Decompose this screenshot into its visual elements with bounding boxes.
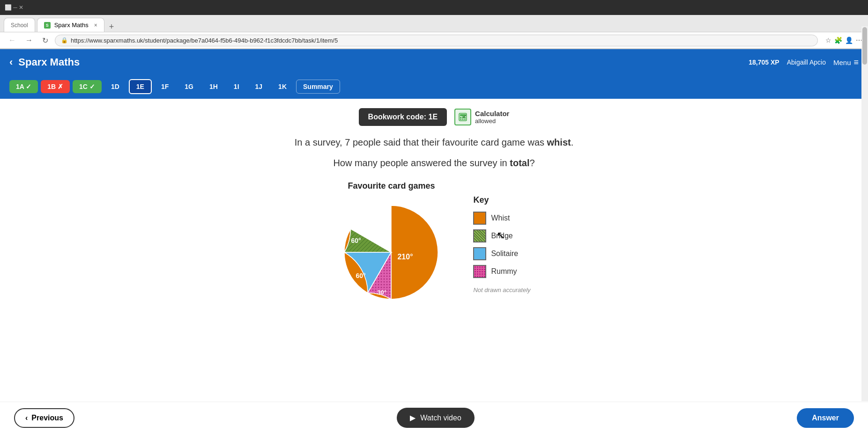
- menu-label: Menu: [833, 59, 851, 66]
- label-solitaire-60: 60°: [356, 272, 366, 279]
- extensions-icon[interactable]: 🧩: [834, 37, 842, 44]
- bookwork-code: Bookwork code: 1E: [359, 108, 447, 126]
- key-section: Key Whist Bridge Solitaire Rummy N: [473, 181, 530, 294]
- scrollbar-track[interactable]: [861, 26, 868, 401]
- prev-chevron-icon: ‹: [25, 414, 28, 422]
- bridge-swatch: [473, 229, 486, 242]
- app-container: ‹ Sparx Maths 18,705 XP Abigaill Apcio M…: [0, 49, 868, 433]
- previous-button[interactable]: ‹ Previous: [14, 408, 74, 428]
- calculator-icon: [454, 109, 471, 125]
- whist-label: Whist: [491, 214, 510, 222]
- tab-favicon: S: [44, 22, 51, 29]
- username: Abigaill Apcio: [787, 59, 826, 66]
- previous-label: Previous: [31, 414, 63, 422]
- tab-title: Sparx Maths: [54, 22, 89, 29]
- task-btn-1c[interactable]: 1C ✓: [73, 80, 102, 93]
- task-navigation: 1A ✓ 1B ✗ 1C ✓ 1D 1E 1F 1G 1H 1I 1J 1K S…: [0, 75, 868, 99]
- address-bar-container: ← → ↻ 🔒 https://www.sparxmaths.uk/studen…: [0, 32, 868, 49]
- active-tab[interactable]: S Sparx Maths ×: [37, 18, 104, 32]
- bookwork-area: Bookwork code: 1E: [359, 108, 510, 126]
- header-right: 18,705 XP Abigaill Apcio Menu ≡: [749, 58, 859, 67]
- key-item-solitaire: Solitaire: [473, 247, 530, 260]
- app-title: Sparx Maths: [18, 56, 80, 68]
- chart-section: Favourite card games: [337, 181, 530, 306]
- task-btn-1d[interactable]: 1D: [104, 80, 126, 93]
- calculator-label: Calculator: [475, 110, 509, 117]
- task-btn-1g[interactable]: 1G: [178, 80, 200, 93]
- lock-icon: 🔒: [61, 37, 68, 44]
- task-btn-summary[interactable]: Summary: [296, 80, 340, 94]
- answer-button[interactable]: Answer: [797, 408, 854, 428]
- key-item-rummy: Rummy: [473, 265, 530, 278]
- question-line2: How many people answered the survey in t…: [333, 156, 534, 170]
- browser-titlebar: ⬜ ─ ✕: [0, 0, 868, 15]
- other-tab-label: School: [11, 22, 28, 29]
- task-btn-1k[interactable]: 1K: [272, 80, 293, 93]
- browser-tabs: School S Sparx Maths × +: [0, 15, 868, 32]
- header-left: ‹ Sparx Maths: [9, 56, 80, 68]
- app-header: ‹ Sparx Maths 18,705 XP Abigaill Apcio M…: [0, 49, 868, 75]
- label-210: 210°: [398, 253, 413, 261]
- bookmark-icon[interactable]: ☆: [825, 37, 831, 44]
- not-drawn-note: Not drawn accurately: [473, 286, 530, 294]
- url-text: https://www.sparxmaths.uk/student/packag…: [71, 37, 338, 44]
- browser-actions: ☆ 🧩 👤 ⋯: [825, 37, 862, 44]
- task-btn-1e[interactable]: 1E: [129, 79, 152, 94]
- label-bridge-60: 60°: [351, 237, 361, 244]
- rummy-swatch: [473, 265, 486, 278]
- task-btn-1b[interactable]: 1B ✗: [41, 80, 70, 93]
- scrollbar-thumb[interactable]: [862, 27, 867, 65]
- bottom-bar: ‹ Previous ▶ Watch video Answer: [0, 402, 868, 433]
- key-title: Key: [473, 195, 530, 205]
- task-btn-1i[interactable]: 1I: [227, 80, 246, 93]
- forward-button[interactable]: →: [22, 35, 36, 45]
- new-tab-button[interactable]: +: [106, 22, 117, 32]
- bridge-label: Bridge: [491, 232, 512, 240]
- calculator-text: Calculator allowed: [475, 110, 509, 125]
- profile-icon[interactable]: 👤: [845, 37, 853, 44]
- whist-swatch: [473, 212, 486, 225]
- play-icon: ▶: [410, 413, 415, 422]
- task-btn-1a[interactable]: 1A ✓: [9, 80, 38, 93]
- pie-chart-svg: 210° 60° 60° 30°: [337, 198, 445, 306]
- pie-chart-container: Favourite card games: [337, 181, 445, 306]
- answer-label: Answer: [812, 414, 839, 422]
- rummy-label: Rummy: [491, 267, 517, 276]
- svg-rect-4: [464, 117, 466, 118]
- chart-title: Favourite card games: [348, 181, 435, 191]
- task-btn-1j[interactable]: 1J: [249, 80, 269, 93]
- label-rummy-30: 30°: [378, 289, 387, 296]
- menu-button[interactable]: Menu ≡: [833, 58, 859, 67]
- allowed-label: allowed: [475, 117, 509, 125]
- solitaire-swatch: [473, 247, 486, 260]
- xp-badge: 18,705 XP: [749, 59, 779, 66]
- refresh-button[interactable]: ↻: [39, 35, 51, 46]
- back-button[interactable]: ←: [6, 35, 19, 45]
- main-content: Bookwork code: 1E: [0, 99, 868, 402]
- task-btn-1h[interactable]: 1H: [203, 80, 224, 93]
- calculator-allowed-indicator: Calculator allowed: [454, 109, 509, 125]
- svg-rect-2: [460, 117, 461, 118]
- svg-rect-7: [464, 119, 466, 120]
- svg-rect-6: [462, 119, 464, 120]
- hamburger-icon: ≡: [853, 58, 859, 67]
- back-button[interactable]: ‹: [9, 56, 13, 68]
- task-btn-1f[interactable]: 1F: [155, 80, 175, 93]
- other-tab[interactable]: School: [4, 18, 35, 32]
- tab-close-button[interactable]: ×: [94, 22, 97, 29]
- key-item-bridge: Bridge: [473, 229, 530, 242]
- key-item-whist: Whist: [473, 212, 530, 225]
- watch-label: Watch video: [420, 414, 461, 422]
- watch-video-button[interactable]: ▶ Watch video: [397, 408, 474, 428]
- solitaire-label: Solitaire: [491, 250, 518, 258]
- address-bar[interactable]: 🔒 https://www.sparxmaths.uk/student/pack…: [55, 35, 818, 46]
- question-line1: In a survey, 7 people said that their fa…: [295, 135, 574, 149]
- svg-rect-5: [460, 119, 461, 120]
- window-controls[interactable]: ⬜ ─ ✕: [5, 4, 23, 11]
